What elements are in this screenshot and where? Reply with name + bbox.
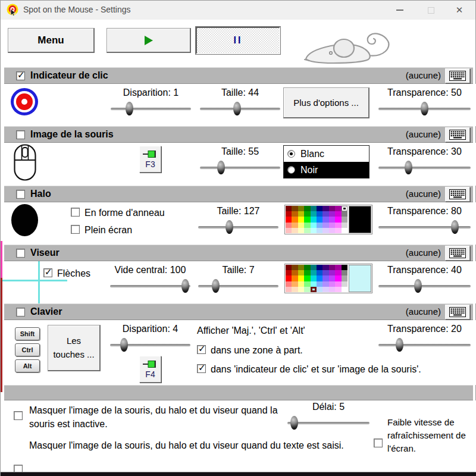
section-title-clavier[interactable]: Clavier	[30, 306, 62, 317]
palette-cell[interactable]	[286, 281, 292, 287]
palette-cell[interactable]	[322, 281, 328, 287]
keyboard-shortcut-button[interactable]	[445, 127, 470, 142]
palette-cell[interactable]	[286, 265, 292, 270]
zone-a-part-label[interactable]: dans une zone à part.	[211, 345, 303, 356]
faible-vitesse-checkbox[interactable]	[374, 439, 383, 447]
palette-cell[interactable]	[304, 206, 310, 211]
anneau-label[interactable]: En forme d'anneau	[84, 208, 165, 218]
palette-cell[interactable]	[311, 211, 317, 217]
palette-cell[interactable]	[342, 206, 347, 211]
disparition-slider[interactable]	[110, 344, 190, 346]
palette-cell[interactable]	[311, 228, 317, 233]
palette-cell[interactable]	[335, 287, 341, 292]
palette-cell[interactable]	[342, 228, 347, 233]
palette-cell[interactable]	[311, 206, 317, 211]
palette-cell[interactable]	[292, 270, 298, 275]
palette-cell[interactable]	[286, 217, 292, 222]
palette-cell[interactable]	[342, 287, 347, 292]
palette-cell[interactable]	[342, 281, 347, 287]
palette-cell[interactable]	[286, 270, 292, 275]
section-title-viseur[interactable]: Viseur	[30, 248, 60, 258]
slider-thumb[interactable]	[233, 102, 241, 115]
palette-cell[interactable]	[304, 281, 310, 287]
palette-cell[interactable]	[335, 270, 341, 275]
palette-cell[interactable]	[329, 287, 335, 292]
masquer-inactive-checkbox[interactable]	[14, 411, 23, 420]
palette-cell[interactable]	[342, 265, 347, 270]
palette-cell[interactable]	[322, 265, 328, 270]
palette-cell[interactable]	[317, 275, 322, 281]
keyboard-shortcut-button[interactable]	[445, 305, 470, 320]
palette-cell[interactable]	[286, 287, 292, 292]
ctrl-key-button[interactable]: Ctrl	[15, 343, 40, 356]
palette-cell[interactable]	[304, 211, 310, 217]
palette-cell[interactable]	[298, 206, 304, 211]
masquer-texte-label[interactable]: Masquer l'image de la souris, du halo et…	[29, 439, 365, 452]
palette-cell[interactable]	[298, 211, 304, 217]
viseur-enable-checkbox[interactable]	[16, 249, 25, 258]
palette-cell[interactable]	[322, 270, 328, 275]
palette-cell[interactable]	[342, 223, 347, 228]
palette-cell[interactable]	[286, 223, 292, 228]
palette-cell[interactable]	[322, 217, 328, 222]
palette-cell[interactable]	[311, 265, 317, 270]
slider-thumb[interactable]	[421, 102, 428, 115]
palette-cell[interactable]	[292, 275, 298, 281]
palette-cell[interactable]	[304, 228, 310, 233]
slider-thumb[interactable]	[414, 279, 422, 293]
palette-cell[interactable]	[335, 206, 341, 211]
taille-slider[interactable]	[200, 108, 280, 110]
palette-cell[interactable]	[335, 265, 341, 270]
masquer-inactive-label[interactable]: Masquer l'image de la souris, du halo et…	[29, 403, 291, 431]
faible-vitesse-label[interactable]: Faible vitesse de rafraîchissement de l'…	[387, 416, 476, 455]
keyboard-shortcut-button[interactable]	[445, 68, 470, 83]
palette-cell[interactable]	[311, 217, 317, 222]
pin-f3-button[interactable]: F3	[139, 146, 161, 173]
palette-cell[interactable]	[342, 270, 347, 275]
palette-cell[interactable]	[298, 265, 304, 270]
palette-cell[interactable]	[322, 228, 328, 233]
palette-cell[interactable]	[335, 217, 341, 222]
palette-cell[interactable]	[298, 228, 304, 233]
palette-cell[interactable]	[292, 217, 298, 222]
slider-thumb[interactable]	[181, 279, 189, 293]
zone-a-part-checkbox[interactable]	[197, 345, 206, 354]
palette-cell[interactable]	[286, 275, 292, 281]
palette-cell[interactable]	[292, 228, 298, 233]
palette-cell[interactable]	[342, 275, 347, 281]
palette-cell[interactable]	[317, 265, 322, 270]
minimize-button[interactable]	[386, 1, 414, 20]
palette-cell[interactable]	[298, 287, 304, 292]
palette-cell[interactable]	[286, 211, 292, 217]
disparition-slider[interactable]	[111, 108, 191, 110]
palette-cell[interactable]	[311, 281, 317, 287]
palette-cell[interactable]	[317, 228, 322, 233]
menu-button[interactable]: Menu	[8, 28, 95, 53]
slider-thumb[interactable]	[451, 220, 459, 234]
clavier-enable-checkbox[interactable]	[16, 308, 25, 317]
palette-cell[interactable]	[286, 206, 292, 211]
vide-central-slider[interactable]	[110, 285, 190, 287]
palette-cell[interactable]	[311, 275, 317, 281]
radio-blanc[interactable]: Blanc	[284, 146, 369, 162]
halo-enable-checkbox[interactable]	[16, 190, 25, 199]
palette-cell[interactable]	[298, 217, 304, 222]
section-title-image[interactable]: Image de la souris	[30, 129, 114, 140]
palette-cell[interactable]	[311, 287, 317, 292]
keyboard-shortcut-button[interactable]	[445, 246, 470, 261]
les-touches-button[interactable]: Les touches ...	[48, 325, 101, 371]
palette-cell[interactable]	[317, 211, 322, 217]
palette-cell[interactable]	[322, 206, 328, 211]
section-title-halo[interactable]: Halo	[30, 189, 51, 199]
palette-cell[interactable]	[329, 228, 335, 233]
palette-cell[interactable]	[286, 228, 292, 233]
image-enable-checkbox[interactable]	[16, 130, 25, 139]
palette-cell[interactable]	[298, 281, 304, 287]
palette-cell[interactable]	[317, 223, 322, 228]
taille-slider[interactable]	[198, 226, 278, 228]
palette-cell[interactable]	[322, 211, 328, 217]
palette-cell[interactable]	[304, 287, 310, 292]
pin-f4-button[interactable]: F4	[139, 356, 161, 383]
play-button[interactable]	[107, 28, 191, 53]
slider-thumb[interactable]	[405, 161, 412, 174]
